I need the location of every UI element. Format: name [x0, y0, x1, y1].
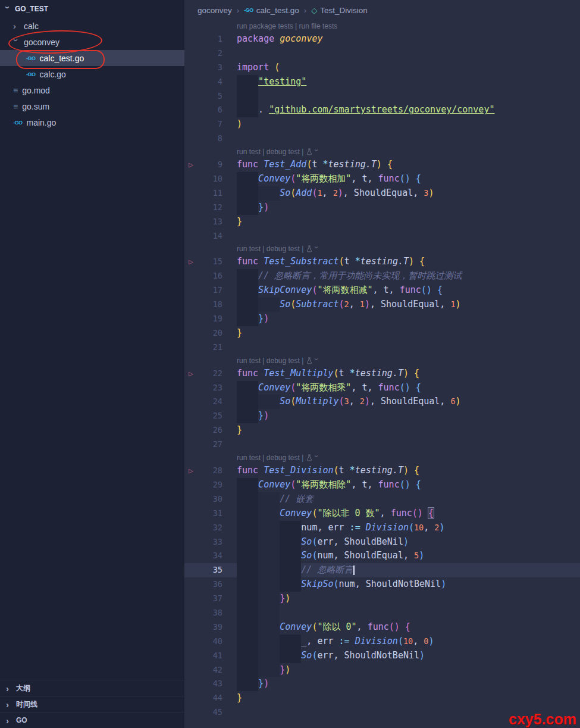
- run-test-icon[interactable]: ▷: [189, 158, 193, 172]
- code-line[interactable]: 35// 忽略断言: [184, 563, 580, 577]
- code-line[interactable]: 41So(err, ShouldNotBeNil): [184, 649, 580, 663]
- codelens-debug-test[interactable]: debug test: [267, 357, 300, 365]
- indent-guide: [237, 186, 258, 201]
- code-token: func: [368, 621, 389, 632]
- sidebar-item-go-sum[interactable]: ≡go.sum: [0, 98, 184, 114]
- chevron-down-icon[interactable]: ›: [312, 246, 319, 252]
- code-line[interactable]: 12}): [184, 201, 580, 215]
- code-line[interactable]: 7): [184, 117, 580, 132]
- code-line[interactable]: 14: [184, 229, 580, 243]
- code-line[interactable]: 36SkipSo(num, ShouldNotBeNil): [184, 577, 580, 592]
- codelens-debug-test[interactable]: debug test: [267, 245, 300, 253]
- code-token: Convey: [258, 173, 290, 184]
- codelens-run-package-tests[interactable]: run package tests: [237, 22, 293, 30]
- code-line[interactable]: ▷28func Test_Division(t *testing.T) {: [184, 464, 580, 478]
- code-line[interactable]: ▷15func Test_Substract(t *testing.T) {: [184, 255, 580, 269]
- code-line[interactable]: 39Convey("除以 0", func() {: [184, 620, 580, 635]
- sidebar-item-calc-go[interactable]: -GOcalc.go: [0, 66, 184, 82]
- sidebar-item-calc_test-go[interactable]: -GOcalc_test.go: [0, 50, 184, 66]
- code-line[interactable]: 11So(Add(1, 2), ShouldEqual, 3): [184, 186, 580, 201]
- code-token: ): [419, 650, 425, 661]
- sidebar-item-go-mod[interactable]: ≡go.mod: [0, 82, 184, 98]
- test-flask-icon[interactable]: [306, 357, 312, 364]
- code-line[interactable]: 6. "github.com/smartystreets/goconvey/co…: [184, 103, 580, 117]
- code-token: SkipSo: [301, 579, 333, 589]
- code-line[interactable]: 23Convey("将两数相乘", t, func() {: [184, 381, 580, 395]
- test-flask-icon[interactable]: [306, 454, 312, 461]
- line-number: 30: [184, 492, 222, 507]
- sidebar-item-goconvey[interactable]: ›goconvey: [0, 34, 184, 50]
- code-line[interactable]: 20}: [184, 326, 580, 340]
- code-line[interactable]: 30// 嵌套: [184, 492, 580, 507]
- code-line[interactable]: 38: [184, 606, 580, 620]
- indent-guide: [258, 620, 280, 635]
- test-flask-icon[interactable]: [306, 245, 312, 252]
- code-line[interactable]: 21: [184, 340, 580, 355]
- run-test-icon[interactable]: ▷: [189, 255, 193, 269]
- codelens-separator: |: [261, 454, 267, 462]
- run-test-icon[interactable]: ▷: [189, 464, 193, 478]
- code-line[interactable]: 2: [184, 46, 580, 61]
- breadcrumb-item-Test_Division[interactable]: ◇Test_Division: [311, 6, 368, 15]
- code-line[interactable]: 44}: [184, 691, 580, 705]
- code-line[interactable]: 24So(Multiply(3, 2), ShouldEqual, 6): [184, 395, 580, 409]
- line-number: 3: [184, 61, 222, 75]
- code-token: (: [334, 368, 339, 379]
- code-line[interactable]: 34So(num, ShouldEqual, 5): [184, 549, 580, 563]
- code-line[interactable]: 29Convey("将两数相除", t, func() {: [184, 478, 580, 492]
- code-token: func: [391, 508, 412, 518]
- workspace-root-header[interactable]: › GO_TEST: [0, 0, 184, 18]
- code-line[interactable]: 40_, err := Division(10, 0): [184, 635, 580, 649]
- code-line[interactable]: 43}): [184, 677, 580, 691]
- panel-header-时间线[interactable]: ›时间线: [0, 696, 184, 712]
- run-test-icon[interactable]: ▷: [189, 367, 193, 381]
- panel-header-GO[interactable]: ›GO: [0, 712, 184, 728]
- code-line[interactable]: 4"testing": [184, 75, 580, 89]
- codelens-run-test[interactable]: run test: [237, 454, 261, 462]
- code-line[interactable]: 32num, err := Division(10, 2): [184, 521, 580, 535]
- code-line[interactable]: 33So(err, ShouldBeNil): [184, 535, 580, 549]
- chevron-down-icon[interactable]: ›: [312, 149, 319, 155]
- code-line[interactable]: 5: [184, 89, 580, 104]
- code-line[interactable]: 1package goconvey: [184, 32, 580, 46]
- panel-header-大纲[interactable]: ›大纲: [0, 680, 184, 696]
- code-line[interactable]: 10Convey("将两数相加", t, func() {: [184, 172, 580, 186]
- breadcrumb-label: calc_test.go: [256, 6, 299, 15]
- sidebar-item-label: main.go: [27, 118, 57, 127]
- code-token: "将两数相减": [317, 285, 372, 295]
- codelens-run-file-tests[interactable]: run file tests: [299, 22, 338, 30]
- codelens-debug-test[interactable]: debug test: [267, 148, 300, 156]
- code-area[interactable]: run package tests | run file tests1packa…: [184, 20, 580, 720]
- code-line[interactable]: 37}): [184, 592, 580, 606]
- code-line[interactable]: 13}: [184, 215, 580, 229]
- breadcrumb-item-calc_test-go[interactable]: -GOcalc_test.go: [244, 6, 299, 15]
- breadcrumb-label: Test_Division: [320, 6, 368, 15]
- codelens-debug-test[interactable]: debug test: [267, 454, 300, 462]
- codelens-run-test[interactable]: run test: [237, 245, 261, 253]
- codelens-run-test[interactable]: run test: [237, 357, 261, 365]
- code-line[interactable]: 3import (: [184, 61, 580, 75]
- indent-guide: [280, 549, 301, 563]
- code-line[interactable]: 26}: [184, 423, 580, 438]
- code-line[interactable]: 19}): [184, 312, 580, 326]
- code-line[interactable]: 25}): [184, 409, 580, 423]
- code-line[interactable]: 31Convey("除以非 0 数", func() {: [184, 507, 580, 521]
- code-line[interactable]: 42}): [184, 663, 580, 677]
- codelens-row: run test | debug test | ›: [184, 452, 580, 464]
- code-line[interactable]: 16// 忽略断言，常用于功能尚未实现，暂时跳过测试: [184, 269, 580, 283]
- code-line[interactable]: 8: [184, 132, 580, 146]
- chevron-down-icon[interactable]: ›: [312, 455, 319, 461]
- code-line[interactable]: 18So(Subtract(2, 1), ShouldEqual, 1): [184, 298, 580, 312]
- chevron-down-icon[interactable]: ›: [312, 358, 319, 363]
- code-line[interactable]: ▷22func Test_Multiply(t *testing.T) {: [184, 367, 580, 381]
- code-line[interactable]: 17SkipConvey("将两数相减", t, func() {: [184, 283, 580, 298]
- code-line[interactable]: 27: [184, 438, 580, 452]
- codelens-run-test[interactable]: run test: [237, 148, 261, 156]
- breadcrumb-item-goconvey[interactable]: goconvey: [197, 6, 232, 15]
- code-line[interactable]: ▷9func Test_Add(t *testing.T) {: [184, 158, 580, 172]
- sidebar-item-calc[interactable]: ›calc: [0, 18, 184, 34]
- line-number: 18: [184, 298, 222, 312]
- test-flask-icon[interactable]: [306, 148, 312, 155]
- sidebar-item-main-go[interactable]: -GOmain.go: [0, 114, 184, 130]
- code-token: :=: [339, 636, 350, 646]
